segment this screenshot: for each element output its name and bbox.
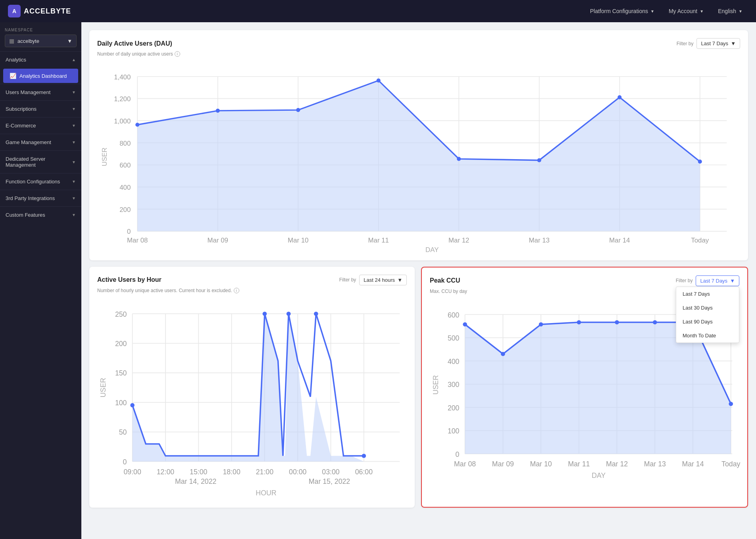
svg-text:400: 400: [119, 184, 131, 191]
language-button[interactable]: English ▼: [712, 5, 748, 17]
active-by-hour-card: Active Users by Hour Filter by Last 24 h…: [89, 267, 415, 508]
dau-info-icon[interactable]: i: [175, 51, 180, 57]
active-by-hour-chart-container: 0 50 100 150 200 250 USER 09:00 12:00 15…: [97, 300, 407, 498]
sidebar-group-label-analytics: Analytics: [6, 57, 26, 63]
platform-configs-button[interactable]: Platform Configurations ▼: [585, 5, 660, 17]
sidebar-group-header-game[interactable]: Game Management▼: [0, 134, 81, 150]
svg-point-116: [539, 322, 543, 326]
svg-text:Mar 11: Mar 11: [368, 237, 389, 244]
peak-ccu-filter-label: Filter by: [676, 278, 693, 283]
sidebar-group-label-third: 3rd Party Integrations: [6, 195, 55, 201]
namespace-select[interactable]: ▦ accelbyte ▼: [5, 35, 77, 47]
svg-text:09:00: 09:00: [123, 468, 141, 475]
sidebar-group-header-analytics[interactable]: Analytics▲: [0, 52, 81, 68]
sidebar-group-label-function: Function Configurations: [6, 179, 60, 185]
svg-text:21:00: 21:00: [256, 468, 273, 475]
svg-text:300: 300: [448, 381, 460, 389]
svg-text:200: 200: [115, 339, 127, 347]
svg-point-36: [216, 109, 220, 113]
svg-text:DAY: DAY: [425, 246, 439, 254]
svg-text:Today: Today: [721, 460, 740, 468]
dau-chart-header: Daily Active Users (DAU) Filter by Last …: [97, 38, 740, 49]
peak-ccu-filter-chevron: ▼: [730, 278, 735, 284]
peak-ccu-filter-area: Filter by Last 7 Days ▼: [676, 275, 739, 286]
svg-text:Mar 11: Mar 11: [568, 460, 590, 468]
peak-ccu-title: Peak CCU: [430, 277, 460, 284]
sidebar-group-chevron-subscriptions: ▼: [72, 107, 76, 111]
sidebar-group-chevron-dedicated: ▼: [72, 160, 76, 164]
svg-text:Mar 08: Mar 08: [454, 460, 476, 468]
dropdown-option-mtd[interactable]: Month To Date: [676, 329, 739, 343]
peak-ccu-filter-select[interactable]: Last 7 Days ▼: [696, 275, 739, 286]
svg-text:400: 400: [448, 357, 460, 365]
svg-point-37: [296, 108, 300, 112]
namespace-value: accelbyte: [17, 38, 39, 44]
svg-text:200: 200: [448, 404, 460, 412]
svg-text:DAY: DAY: [592, 471, 606, 479]
sidebar-group-dedicated: Dedicated Server Management▼: [0, 150, 81, 173]
svg-text:Mar 08: Mar 08: [127, 237, 148, 244]
sidebar-group-chevron-third: ▼: [72, 196, 76, 200]
logo-icon: A: [8, 5, 21, 17]
sidebar-group-game: Game Management▼: [0, 134, 81, 150]
active-by-hour-title: Active Users by Hour: [97, 276, 162, 283]
sidebar-group-subscriptions: Subscriptions▼: [0, 100, 81, 117]
dropdown-option-7days[interactable]: Last 7 Days: [676, 287, 739, 301]
svg-text:0: 0: [456, 450, 460, 458]
svg-text:Mar 10: Mar 10: [530, 460, 552, 468]
dau-filter-select[interactable]: Last 7 Days ▼: [696, 38, 740, 49]
sidebar-group-header-custom[interactable]: Custom Features▼: [0, 207, 81, 223]
sidebar-group-label-subscriptions: Subscriptions: [6, 106, 37, 112]
sidebar-group-third: 3rd Party Integrations▼: [0, 190, 81, 206]
svg-point-79: [130, 403, 135, 407]
svg-text:0: 0: [123, 458, 127, 466]
sidebar-group-ecommerce: E-Commerce▼: [0, 117, 81, 134]
svg-text:Mar 09: Mar 09: [208, 237, 228, 244]
sidebar-item-icon-analytics-dashboard: 📈: [10, 73, 16, 79]
sidebar-group-header-dedicated[interactable]: Dedicated Server Management▼: [0, 151, 81, 173]
active-by-hour-filter-select[interactable]: Last 24 hours ▼: [359, 275, 407, 285]
account-button[interactable]: My Account ▼: [663, 5, 709, 17]
peak-ccu-card: Peak CCU Filter by Last 7 Days ▼ Last 7 …: [421, 267, 748, 508]
sidebar-group-header-subscriptions[interactable]: Subscriptions▼: [0, 101, 81, 117]
svg-point-80: [362, 454, 366, 458]
active-by-hour-info-icon[interactable]: i: [234, 288, 239, 293]
sidebar-group-label-dedicated: Dedicated Server Management: [6, 156, 72, 168]
svg-point-115: [501, 352, 505, 356]
sidebar-group-chevron-ecommerce: ▼: [72, 123, 76, 128]
svg-text:18:00: 18:00: [223, 468, 240, 475]
svg-text:800: 800: [119, 140, 131, 147]
sidebar-section: Analytics▲📈Analytics DashboardUsers Mana…: [0, 51, 81, 223]
svg-text:0: 0: [127, 228, 131, 235]
logo-text: ACCELBYTE: [24, 7, 71, 15]
svg-text:150: 150: [115, 369, 127, 377]
sidebar-group-chevron-function: ▼: [72, 179, 76, 184]
svg-text:1,400: 1,400: [114, 73, 131, 81]
sidebar-group-header-third[interactable]: 3rd Party Integrations▼: [0, 190, 81, 206]
sidebar-group-header-function[interactable]: Function Configurations▼: [0, 173, 81, 190]
svg-text:1,200: 1,200: [114, 95, 131, 103]
svg-text:Mar 14: Mar 14: [609, 237, 630, 244]
dau-chart-svg: 0 200 400 600 800 1,000 1,200 1,400 USER…: [97, 63, 740, 251]
sidebar-group-header-users[interactable]: Users Management▼: [0, 84, 81, 100]
sidebar-group-header-ecommerce[interactable]: E-Commerce▼: [0, 117, 81, 134]
svg-text:600: 600: [448, 311, 460, 319]
sidebar-group-chevron-custom: ▼: [72, 213, 76, 217]
platform-configs-chevron: ▼: [650, 9, 654, 13]
sidebar-group-custom: Custom Features▼: [0, 206, 81, 223]
dropdown-option-30days[interactable]: Last 30 Days: [676, 301, 739, 315]
active-by-hour-subtitle: Number of hourly unique active users. Cu…: [97, 288, 407, 293]
active-by-hour-filter-area: Filter by Last 24 hours ▼: [339, 275, 407, 285]
svg-text:600: 600: [119, 162, 131, 169]
dropdown-option-90days[interactable]: Last 90 Days: [676, 315, 739, 329]
svg-text:1,000: 1,000: [114, 117, 131, 125]
sidebar-item-analytics-dashboard[interactable]: 📈Analytics Dashboard: [3, 69, 78, 83]
svg-text:200: 200: [119, 206, 131, 214]
svg-text:Mar 09: Mar 09: [492, 460, 514, 468]
svg-point-114: [463, 322, 467, 326]
svg-point-117: [577, 320, 581, 324]
topnav-right: Platform Configurations ▼ My Account ▼ E…: [585, 5, 748, 17]
active-by-hour-header: Active Users by Hour Filter by Last 24 h…: [97, 275, 407, 285]
svg-text:Mar 12: Mar 12: [606, 460, 628, 468]
sidebar-group-label-custom: Custom Features: [6, 212, 45, 218]
